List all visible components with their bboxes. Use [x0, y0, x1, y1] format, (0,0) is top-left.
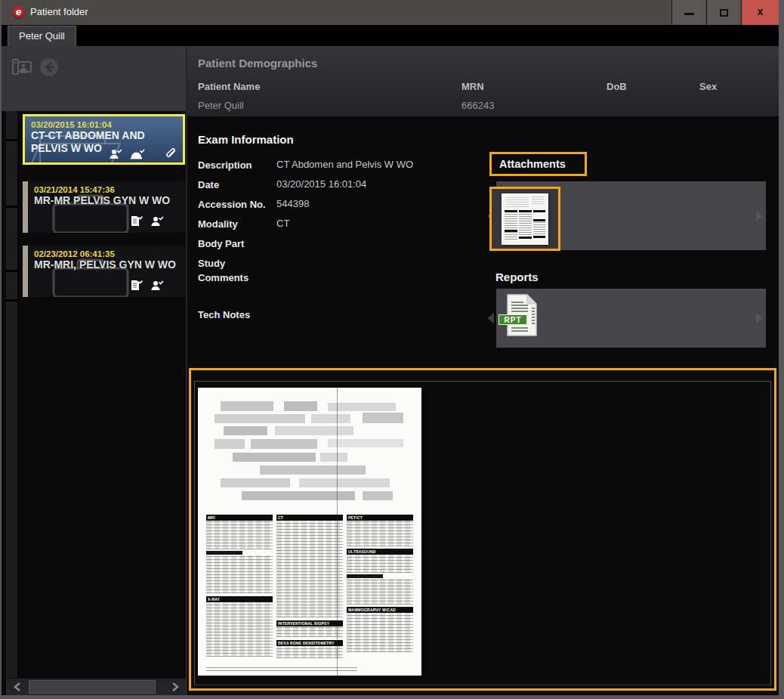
- tab-patient[interactable]: Peter Quill: [8, 26, 76, 46]
- document-footnote: [206, 666, 357, 671]
- exam-value-accession: 544398: [276, 198, 309, 212]
- person-check-icon: [109, 148, 122, 159]
- form-section-mammography: MAMMOGRAPHY W/CAD: [347, 607, 413, 613]
- exam-value-modality: CT: [276, 218, 289, 232]
- field-label-mrn: MRN: [461, 81, 484, 92]
- sidebar-toolbar: [2, 46, 187, 111]
- exam-value-description: CT Abdomen and Pelvis W WO: [276, 159, 413, 173]
- scrollbar-thumb[interactable]: [29, 680, 156, 694]
- form-section-xray: X-RAY: [206, 596, 273, 602]
- exam-value-date: 03/20/2015 16:01:04: [276, 178, 366, 193]
- form-section-ct: CT: [276, 515, 343, 521]
- exam-label-description: Description: [198, 159, 276, 173]
- maximize-button[interactable]: [706, 0, 740, 25]
- scanned-document: MRI X-RAY CT INTERVENTIONAL BIOPSY DEXA …: [198, 388, 421, 676]
- attachment-thumbnail-page: [502, 193, 548, 245]
- scroll-left-icon[interactable]: [6, 679, 29, 695]
- exam-label-tech-notes: Tech Notes: [198, 308, 276, 323]
- patient-name-value: Peter Quill: [198, 100, 244, 111]
- attachments-title: Attachments: [492, 158, 566, 170]
- exam-label-modality: Modality: [198, 218, 276, 232]
- attachment-thumbnail[interactable]: [489, 187, 560, 251]
- document-check-icon: [131, 215, 143, 227]
- form-section-mri: MRI: [206, 515, 273, 521]
- window-frame: [779, 0, 784, 699]
- patient-demographics-panel: Patient Demographics Patient Name MRN Do…: [187, 46, 779, 116]
- back-button[interactable]: [39, 57, 59, 77]
- study-date: 03/20/2015 16:01:04: [31, 120, 177, 129]
- redacted-header-mosaic: [215, 401, 403, 507]
- window-frame: [0, 0, 2, 699]
- timeline-tick: [6, 139, 19, 141]
- reports-title: Reports: [495, 271, 539, 283]
- study-item-mri-pelvis-2012[interactable]: 02/23/2012 06:41:35 MR-MRI, PELVIS GYN W…: [23, 246, 185, 297]
- order-form: MRI X-RAY CT INTERVENTIONAL BIOPSY DEXA …: [206, 515, 413, 655]
- study-date: 03/21/2014 15:47:36: [34, 185, 179, 194]
- field-label-dob: DoB: [607, 81, 627, 92]
- title-bar: e Patient folder: [2, 0, 779, 25]
- timeline-tick: [6, 270, 19, 272]
- maximize-icon: [720, 9, 728, 17]
- form-section-dexa: DEXA BONE DENSITOMETRY: [276, 640, 343, 646]
- person-check-icon: [150, 280, 164, 291]
- exam-information-title: Exam Information: [198, 133, 294, 146]
- field-label-sex: Sex: [699, 81, 717, 92]
- study-title: MR-MRI, PELVIS GYN W WO: [34, 258, 179, 271]
- document-fold-line: [337, 388, 338, 676]
- patient-folder-icon[interactable]: [12, 57, 32, 77]
- study-date: 02/23/2012 06:41:35: [34, 249, 179, 258]
- carousel-right-icon[interactable]: [756, 211, 763, 221]
- form-section-petct: PET/CT: [347, 515, 413, 521]
- study-title: MR-MR PELVIS GYN W WO: [34, 194, 179, 207]
- document-check-icon: [131, 280, 143, 291]
- person-check-icon: [150, 215, 164, 227]
- tab-strip: Peter Quill: [2, 25, 779, 46]
- field-label-patient-name: Patient Name: [198, 81, 260, 92]
- minimize-button[interactable]: [671, 0, 705, 25]
- minimize-icon: [684, 13, 694, 15]
- patient-folder-window: e Patient folder x Peter Quill: [0, 0, 784, 699]
- timeline-tick: [6, 206, 19, 208]
- window-frame: [0, 695, 784, 699]
- exam-label-accession: Accession No.: [198, 198, 276, 212]
- scroll-right-icon[interactable]: [164, 679, 187, 695]
- mrn-value: 666243: [461, 100, 494, 111]
- person-check2-icon: [130, 148, 145, 159]
- demographics-title: Patient Demographics: [198, 57, 317, 70]
- sidebar-hscrollbar[interactable]: [6, 679, 187, 695]
- close-icon: x: [742, 5, 779, 17]
- exam-label-body-part: Body Part: [198, 237, 276, 252]
- timeline-tick: [6, 299, 19, 302]
- carousel-left-icon[interactable]: [487, 313, 494, 323]
- attachments-highlight-box: Attachments: [489, 152, 587, 176]
- timeline-rail: [6, 111, 19, 678]
- form-section-interventional-biopsy: INTERVENTIONAL BIOPSY: [276, 620, 343, 626]
- form-section-ultrasound: ULTRASOUND: [347, 549, 413, 555]
- sidebar-divider: [186, 46, 187, 695]
- attachment-preview-panel: MRI X-RAY CT INTERVENTIONAL BIOPSY DEXA …: [189, 368, 776, 691]
- report-document-icon[interactable]: RPT: [502, 293, 539, 339]
- app-logo-icon: e: [12, 6, 25, 19]
- window-title: Patient folder: [30, 6, 88, 17]
- exam-label-study-comments: Study Comments: [198, 257, 258, 286]
- close-button[interactable]: x: [741, 0, 779, 25]
- exam-label-date: Date: [198, 178, 276, 193]
- carousel-right-icon[interactable]: [756, 313, 763, 323]
- rpt-badge: RPT: [498, 314, 527, 325]
- study-item-ct-abdomen[interactable]: 03/20/2015 16:01:04 CT-CT ABDOMEN AND PE…: [23, 114, 185, 165]
- paperclip-icon: [166, 148, 177, 159]
- study-item-mr-pelvis-2014[interactable]: 03/21/2014 15:47:36 MR-MR PELVIS GYN W W…: [23, 181, 185, 233]
